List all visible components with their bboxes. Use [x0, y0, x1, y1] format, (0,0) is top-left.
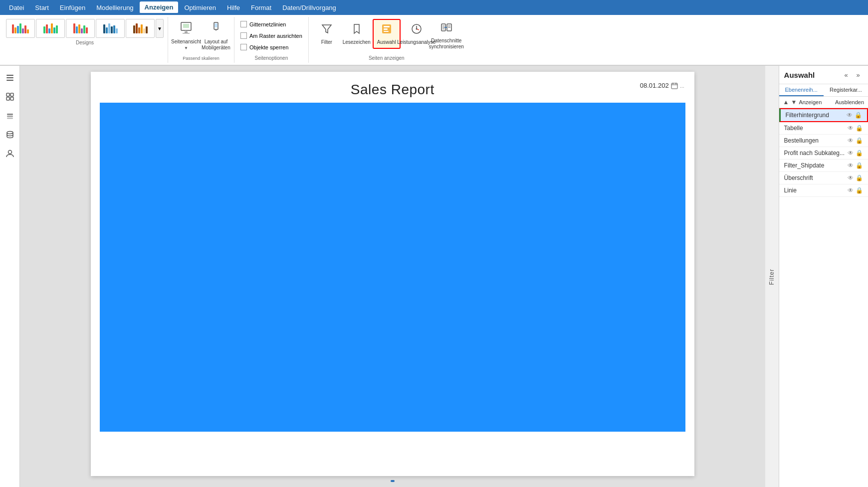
lesezeichen-label: Lesezeichen — [343, 39, 371, 45]
left-sidebar — [0, 66, 20, 487]
svg-rect-28 — [7, 114, 13, 115]
datenschnitte-btn[interactable]: Datenschnitte synchronisieren — [433, 19, 460, 52]
filter-label: Filter — [321, 39, 332, 45]
main-content: Sales Report 08.01.202 ... Filter — [0, 66, 868, 487]
page-dot-1[interactable] — [391, 480, 395, 482]
menu-daten[interactable]: Daten/Drillvorgang — [277, 2, 341, 13]
auswahl-label: Auswahl — [377, 39, 396, 45]
grid-btn[interactable] — [2, 89, 18, 105]
seitenansicht-btn[interactable]: Seitenansicht ▼ — [172, 19, 200, 52]
eye-icon[interactable]: 👁 — [848, 125, 854, 132]
menu-einfuegen[interactable]: Einfügen — [55, 2, 90, 13]
canvas-area: Sales Report 08.01.202 ... — [20, 66, 765, 487]
person-btn[interactable] — [2, 146, 18, 162]
layer-linie[interactable]: Linie 👁 🔒 — [779, 184, 868, 197]
lock-icon[interactable]: 🔒 — [856, 162, 863, 169]
layer-tabelle-label: Tabelle — [784, 125, 845, 132]
lock-icon[interactable]: 🔒 — [856, 137, 863, 144]
gitternetzlinien-cb[interactable]: Gitternetzlinien — [238, 20, 304, 28]
data-btn[interactable] — [2, 127, 18, 143]
layer-ueberschrift[interactable]: Überschrift 👁 🔒 — [779, 172, 868, 184]
layer-tabelle[interactable]: Tabelle 👁 🔒 — [779, 122, 868, 135]
design-thumb-5[interactable] — [126, 19, 155, 38]
panel-tabs: Ebenenreih... Registerkar... — [779, 84, 868, 97]
raster-cb[interactable]: Am Raster ausrichten — [238, 31, 304, 40]
svg-point-31 — [7, 132, 13, 134]
eye-icon[interactable]: 👁 — [848, 137, 854, 144]
lock-icon[interactable]: 🔒 — [856, 187, 863, 194]
layout-label: Layout auf Mobilgeräten — [202, 39, 230, 51]
seitenanzeigen-section: Filter Lesezeichen — [309, 17, 464, 63]
svg-rect-23 — [6, 80, 13, 81]
menu-datei[interactable]: Datei — [4, 2, 29, 13]
menu-modellierung[interactable]: Modellierung — [91, 2, 138, 13]
seitenanzeigen-label: Seiten anzeigen — [369, 54, 405, 61]
layer-filter-shipdate[interactable]: Filter_Shipdate 👁 🔒 — [779, 160, 868, 172]
tab-registerkarte[interactable]: Registerkar... — [824, 84, 868, 96]
design-thumb-2[interactable] — [36, 19, 65, 38]
layers-btn[interactable] — [2, 108, 18, 124]
layer-bestellungen-label: Bestellungen — [784, 137, 845, 144]
auswahl-btn[interactable]: Auswahl — [373, 19, 401, 49]
layer-controls: ▲ ▼ Anzeigen Ausblenden — [779, 97, 868, 108]
gitternetzlinien-checkbox[interactable] — [240, 21, 247, 27]
raster-checkbox[interactable] — [240, 32, 247, 39]
svg-rect-9 — [384, 26, 390, 27]
svg-rect-29 — [7, 116, 13, 117]
lock-icon[interactable]: 🔒 — [856, 174, 863, 181]
layout-btn[interactable]: Layout auf Mobilgeräten — [202, 19, 230, 53]
seitenansicht-label: Seitenansicht — [171, 39, 201, 45]
expand-right-btn[interactable]: » — [853, 70, 863, 80]
layer-ueberschrift-icons: 👁 🔒 — [848, 174, 863, 181]
eye-icon[interactable]: 👁 — [848, 187, 854, 194]
page-nav — [391, 480, 395, 482]
nav-btn[interactable] — [2, 70, 18, 86]
eye-icon[interactable]: 👁 — [848, 174, 854, 181]
layer-profit[interactable]: Profit nach Subkateg... 👁 🔒 — [779, 147, 868, 160]
design-thumb-1[interactable] — [6, 19, 35, 38]
collapse-left-btn[interactable]: « — [841, 70, 851, 80]
design-thumb-3[interactable] — [66, 19, 95, 38]
eye-icon[interactable]: 👁 — [848, 150, 854, 157]
seitenoptionen-label: Seitenoptionen — [255, 54, 288, 61]
designs-label: Designs — [6, 39, 164, 45]
menu-start[interactable]: Start — [30, 2, 53, 13]
chevron-down-icon[interactable]: ▼ — [791, 99, 797, 106]
lock-icon[interactable]: 🔒 — [856, 150, 863, 157]
svg-point-32 — [8, 151, 11, 154]
chevron-up-icon[interactable]: ▲ — [783, 99, 789, 106]
lock-icon[interactable]: 🔒 — [856, 125, 863, 132]
leistungsanalyse-icon — [410, 22, 423, 38]
toolbar: ▼ Designs S — [0, 15, 868, 65]
report-page: Sales Report 08.01.202 ... — [91, 72, 694, 476]
objekte-sperren-checkbox[interactable] — [240, 44, 247, 50]
filter-btn[interactable]: Filter — [313, 19, 341, 49]
menu-optimieren[interactable]: Optimieren — [179, 2, 221, 13]
tab-ebenenreihenfolge[interactable]: Ebenenreih... — [779, 84, 824, 96]
design-thumb-4[interactable] — [96, 19, 125, 38]
objekte-sperren-cb[interactable]: Objekte sperren — [238, 43, 304, 51]
eye-icon[interactable]: 👁 — [847, 112, 853, 119]
lesezeichen-btn[interactable]: Lesezeichen — [343, 19, 371, 49]
lock-icon[interactable]: 🔒 — [855, 112, 862, 119]
menu-anzeigen[interactable]: Anzeigen — [140, 1, 179, 14]
seitenoptionen-section: Gitternetzlinien Am Raster ausrichten Ob… — [234, 17, 309, 63]
filter-icon — [320, 22, 333, 38]
svg-rect-22 — [6, 77, 13, 78]
menu-format[interactable]: Format — [246, 2, 276, 13]
layer-linie-label: Linie — [784, 187, 845, 194]
datenschnitte-label: Datenschnitte synchronisieren — [429, 38, 464, 50]
menu-hilfe[interactable]: Hilfe — [222, 2, 245, 13]
design-scroll-btn[interactable]: ▼ — [156, 19, 164, 38]
leistungsanalyse-btn[interactable]: Leistungsanalyse — [403, 19, 431, 49]
panel-header-icons: « » — [841, 70, 863, 80]
eye-icon[interactable]: 👁 — [848, 162, 854, 169]
layer-profit-icons: 👁 🔒 — [848, 150, 863, 157]
blue-canvas — [100, 103, 685, 432]
svg-rect-27 — [10, 97, 13, 100]
layer-bestellungen[interactable]: Bestellungen 👁 🔒 — [779, 135, 868, 147]
gitternetzlinien-label: Gitternetzlinien — [249, 21, 286, 27]
menu-bar: Datei Start Einfügen Modellierung Anzeig… — [0, 0, 868, 15]
layer-filterhintergrund[interactable]: Filterhintergrund 👁 🔒 — [779, 108, 868, 122]
svg-rect-1 — [183, 24, 189, 28]
